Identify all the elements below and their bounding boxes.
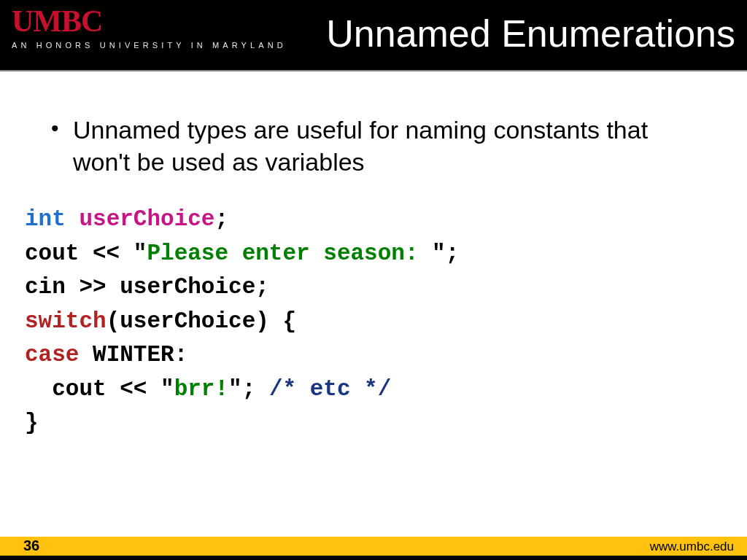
token-keyword: case [25, 342, 79, 368]
slide-body: Unnamed types are useful for naming cons… [0, 71, 747, 537]
slide-title: Unnamed Enumerations [326, 12, 735, 55]
token-plain: cin >> userChoice; [25, 274, 269, 300]
token-plain: (userChoice) { [107, 308, 296, 334]
code-line-6: cout << "brr!"; /* etc */ [25, 373, 703, 407]
code-line-3: cin >> userChoice; [25, 271, 703, 305]
slide-header: UMBC AN HONORS UNIVERSITY IN MARYLAND Un… [0, 0, 747, 71]
bullet-list: Unnamed types are useful for naming cons… [44, 114, 703, 178]
code-line-1: int userChoice; [25, 203, 703, 237]
token-space [66, 206, 80, 232]
token-comment: /* etc */ [269, 376, 391, 402]
token-identifier: userChoice [79, 206, 214, 232]
token-keyword: switch [25, 308, 107, 334]
logo-block: UMBC AN HONORS UNIVERSITY IN MARYLAND [12, 6, 287, 50]
page-number: 36 [23, 537, 39, 554]
token-plain: "; [432, 241, 459, 266]
token-plain: "; [228, 376, 269, 402]
code-line-4: switch(userChoice) { [25, 305, 703, 339]
code-line-5: case WINTER: [25, 338, 703, 373]
logo-tagline: AN HONORS UNIVERSITY IN MARYLAND [12, 41, 287, 50]
token-type: int [25, 206, 66, 232]
token-string: brr! [174, 376, 228, 402]
token-semi: ; [214, 206, 228, 232]
slide-footer: 36 www.umbc.edu [0, 537, 747, 560]
code-line-7: } [25, 406, 703, 440]
token-string: Please enter season: [147, 241, 432, 266]
code-block: int userChoice; cout << "Please enter se… [25, 203, 703, 440]
token-plain: } [25, 410, 39, 435]
token-plain: cout << " [25, 241, 147, 266]
logo-text: UMBC [12, 6, 287, 36]
footer-url: www.umbc.edu [650, 540, 734, 554]
code-line-2: cout << "Please enter season: "; [25, 237, 703, 271]
bullet-item: Unnamed types are useful for naming cons… [44, 114, 703, 178]
token-plain: WINTER: [79, 342, 187, 368]
token-plain: cout << " [25, 376, 174, 402]
